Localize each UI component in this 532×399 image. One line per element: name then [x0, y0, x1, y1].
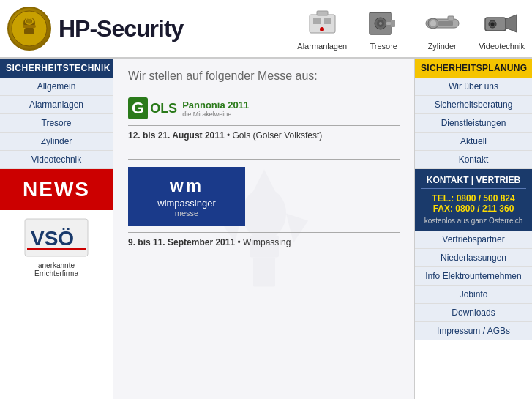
left-sidebar: SICHERHEITSTECHNIK Allgemein Alarmanlage… — [0, 59, 113, 399]
wm-logo-container: wm wimpassinger messe — [128, 167, 400, 226]
kontakt-note: kostenlos aus ganz Österreich — [421, 217, 526, 225]
camera-icon — [480, 7, 524, 40]
site-title: HP-Security — [59, 15, 183, 42]
gols-sublabel: die Mirakelweine — [182, 111, 249, 118]
svg-rect-2 — [24, 29, 34, 34]
gols-ols-text: OLS — [150, 101, 177, 116]
right-menu-kontakt[interactable]: Kontakt — [415, 151, 532, 169]
center-inner: Wir stellen auf folgender Messe aus: G O… — [128, 70, 400, 247]
wm-logo: wm wimpassinger messe — [128, 167, 245, 226]
left-menu-videotechnik[interactable]: Videotechnik — [0, 151, 113, 169]
gols-location: Gols (Golser Volksfest) — [233, 130, 323, 141]
center-scroll[interactable]: Wir stellen auf folgender Messe aus: G O… — [113, 59, 414, 399]
svg-rect-23 — [448, 16, 454, 20]
right-menu-vertriebspartner[interactable]: Vertriebspartner — [415, 231, 532, 249]
gols-logo: G OLS Pannonia 2011 die Mirakelweine — [128, 97, 400, 119]
center-heading: Wir stellen auf folgender Messe aus: — [128, 70, 400, 83]
divider — [128, 159, 400, 160]
right-sidebar-bottom: Vertriebspartner Niederlassungen Info El… — [415, 231, 532, 340]
left-sidebar-title: SICHERHEITSTECHNIK — [0, 59, 113, 78]
nav-zylinder-label: Zylinder — [428, 42, 457, 51]
right-menu-info-elektro[interactable]: Info Elektrounternehmen — [415, 267, 532, 286]
wimpassing-location: Wimpassing — [243, 237, 291, 247]
safe-icon — [361, 7, 405, 40]
svg-marker-25 — [506, 15, 517, 32]
right-sidebar: SICHERHEITSPLANUNG Wir über uns Sicherhe… — [415, 59, 532, 399]
kontakt-tel: TEL.: 0800 / 500 824 — [421, 193, 526, 204]
right-menu-aktuell[interactable]: Aktuell — [415, 133, 532, 151]
kontakt-fax: FAX: 0800 / 211 360 — [421, 204, 526, 214]
gols-g-letter: G — [128, 97, 148, 119]
wimpassing-event-text: 9. bis 11. September 2011 • Wimpassing — [128, 232, 400, 247]
center-content: Wir stellen auf folgender Messe aus: G O… — [113, 59, 415, 399]
svg-rect-30 — [27, 248, 86, 250]
vso-label: anerkannte Errichterfirma — [34, 261, 78, 277]
gols-logo-inner: G OLS Pannonia 2011 die Mirakelweine — [128, 97, 400, 119]
svg-rect-17 — [386, 22, 391, 25]
nav-alarmanlagen[interactable]: Alarmanlagen — [297, 7, 347, 51]
nav-alarmanlagen-label: Alarmanlagen — [297, 42, 347, 51]
nav-videotechnik[interactable]: Videotechnik — [479, 7, 525, 51]
kontakt-box: KONTAKT | VERTRIEB TEL.: 0800 / 500 824 … — [415, 169, 532, 231]
main-layout: SICHERHEITSTECHNIK Allgemein Alarmanlage… — [0, 59, 532, 399]
right-menu-sicherheitsberatung[interactable]: Sicherheitsberatung — [415, 96, 532, 114]
svg-point-27 — [491, 23, 495, 26]
logo-area: HP-Security — [7, 7, 297, 51]
svg-point-16 — [379, 22, 382, 25]
nav-videotechnik-label: Videotechnik — [479, 42, 525, 51]
left-menu-allgemein[interactable]: Allgemein — [0, 78, 113, 96]
kontakt-title: KONTAKT | VERTRIEB — [421, 175, 526, 189]
gols-date: 12. bis 21. August 2011 — [128, 130, 225, 141]
vso-logo: VSÖ — [23, 217, 89, 258]
top-navigation: Alarmanlagen Tresore — [297, 7, 525, 51]
right-menu-wir[interactable]: Wir über uns — [415, 78, 532, 96]
right-menu-jobinfo[interactable]: Jobinfo — [415, 286, 532, 304]
right-menu-downloads[interactable]: Downloads — [415, 304, 532, 322]
logo-emblem — [7, 7, 51, 51]
alarm-icon — [300, 7, 344, 40]
wm-sub: messe — [143, 209, 231, 217]
svg-point-21 — [430, 20, 436, 26]
news-button[interactable]: NEWS — [0, 169, 113, 210]
left-menu-zylinder[interactable]: Zylinder — [0, 133, 113, 151]
svg-point-7 — [26, 15, 33, 19]
right-menu-niederlassungen[interactable]: Niederlassungen — [415, 249, 532, 267]
svg-rect-3 — [23, 25, 36, 28]
nav-zylinder[interactable]: Zylinder — [420, 7, 464, 51]
wm-letters: wm — [143, 176, 231, 196]
left-menu-alarmanlagen[interactable]: Alarmanlagen — [0, 96, 113, 114]
wimpassing-bullet: • — [237, 237, 243, 247]
svg-rect-22 — [438, 21, 453, 26]
vso-section: VSÖ anerkannte Errichterfirma — [0, 210, 113, 285]
svg-rect-12 — [317, 11, 328, 15]
gols-bullet: • — [227, 130, 233, 141]
svg-text:VSÖ: VSÖ — [31, 227, 74, 250]
header: HP-Security Alarmanlagen — [0, 0, 532, 59]
wimpassing-date: 9. bis 11. September 2011 — [128, 237, 235, 247]
right-menu-impressum[interactable]: Impressum / AGBs — [415, 322, 532, 340]
pannonia-label: Pannonia 2011 — [182, 100, 249, 111]
svg-rect-9 — [313, 18, 321, 24]
cylinder-icon — [420, 7, 464, 40]
gols-event-text: 12. bis 21. August 2011 • Gols (Golser V… — [128, 125, 400, 141]
right-sidebar-title: SICHERHEITSPLANUNG — [415, 59, 532, 78]
event-gols: G OLS Pannonia 2011 die Mirakelweine 12.… — [128, 97, 400, 141]
svg-point-11 — [320, 27, 324, 31]
wm-name: wimpassinger — [143, 198, 231, 209]
svg-rect-10 — [324, 18, 331, 24]
nav-tresore[interactable]: Tresore — [361, 7, 405, 51]
svg-rect-18 — [391, 20, 395, 27]
right-menu-dienstleistungen[interactable]: Dienstleistungen — [415, 114, 532, 133]
left-menu-tresore[interactable]: Tresore — [0, 114, 113, 133]
event-wimpassing: wm wimpassinger messe 9. bis 11. Septemb… — [128, 167, 400, 247]
nav-tresore-label: Tresore — [370, 42, 397, 51]
